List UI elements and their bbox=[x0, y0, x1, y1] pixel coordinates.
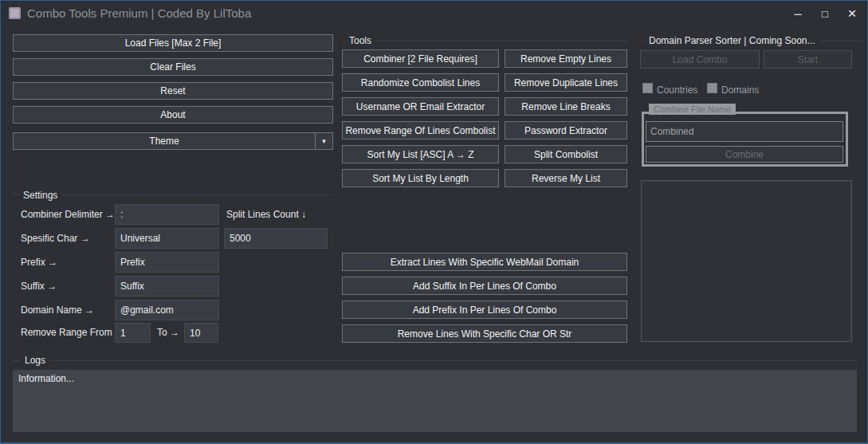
combiner-button[interactable]: Combiner [2 File Requires] bbox=[342, 49, 499, 68]
domain-results-listbox[interactable] bbox=[641, 180, 852, 342]
add-suffix-button[interactable]: Add Suffix In Per Lines Of Combo bbox=[342, 277, 627, 295]
title-bar[interactable]: Combo Tools Premium | Coded By LilToba ─… bbox=[1, 1, 867, 26]
combined-filename-input[interactable] bbox=[646, 121, 843, 142]
remove-range-from-label: Remove Range From : bbox=[21, 327, 117, 338]
combiner-delimiter-label: Combiner Delimiter → bbox=[21, 209, 115, 220]
app-window: Combo Tools Premium | Coded By LilToba ─… bbox=[0, 0, 868, 444]
split-lines-count-input[interactable] bbox=[224, 228, 328, 249]
close-icon[interactable]: × bbox=[839, 1, 866, 26]
clear-files-button[interactable]: Clear Files bbox=[13, 58, 333, 76]
tools-group-border bbox=[342, 41, 627, 41]
add-prefix-button[interactable]: Add Prefix In Per Lines Of Combo bbox=[342, 301, 627, 319]
load-combo-button[interactable]: Load Combo bbox=[640, 50, 760, 69]
remove-lines-char-button[interactable]: Remove Lines With Specific Char OR Str bbox=[342, 324, 627, 343]
settings-group-title: Settings bbox=[19, 190, 61, 201]
countries-checkbox[interactable] bbox=[642, 83, 653, 93]
remove-line-breaks-button[interactable]: Remove Line Breaks bbox=[505, 97, 627, 116]
countries-checkbox-label: Countries bbox=[657, 84, 697, 96]
load-files-button[interactable]: Load Files [Max 2 File] bbox=[13, 34, 333, 52]
password-extractor-button[interactable]: Password Extractor bbox=[505, 121, 627, 139]
extract-webmail-domain-button[interactable]: Extract Lines With Specific WebMail Doma… bbox=[342, 253, 627, 271]
combine-group-title: Combine File Name bbox=[649, 104, 736, 115]
domain-name-input[interactable] bbox=[115, 300, 219, 320]
remove-range-from-input[interactable] bbox=[115, 323, 151, 343]
logs-group-border bbox=[13, 360, 857, 361]
split-combolist-button[interactable]: Split Combolist bbox=[505, 145, 627, 163]
remove-empty-lines-button[interactable]: Remove Empty Lines bbox=[505, 49, 627, 68]
maximize-icon[interactable]: □ bbox=[811, 1, 839, 26]
domains-checkbox-label: Domains bbox=[721, 84, 759, 96]
suffix-input[interactable] bbox=[115, 276, 219, 297]
remove-range-lines-button[interactable]: Remove Range Of Lines Combolist bbox=[342, 121, 499, 139]
sort-by-length-button[interactable]: Sort My List By Length bbox=[342, 169, 499, 187]
combine-button[interactable]: Combine bbox=[646, 146, 843, 163]
remove-duplicate-lines-button[interactable]: Remove Duplicate Lines bbox=[505, 73, 627, 92]
remove-range-to-label: To → bbox=[157, 327, 179, 338]
prefix-input[interactable] bbox=[115, 252, 219, 273]
window-title: Combo Tools Premium | Coded By LilToba bbox=[27, 6, 251, 20]
chevron-down-icon[interactable]: ▼ bbox=[315, 133, 332, 149]
reset-button[interactable]: Reset bbox=[13, 82, 333, 100]
username-email-extractor-button[interactable]: Username OR Email Extractor bbox=[342, 97, 499, 116]
about-button[interactable]: About bbox=[13, 106, 333, 124]
spesific-char-label: Spesific Char → bbox=[21, 233, 90, 244]
domain-parser-title: Domain Parser Sorter | Coming Soon... bbox=[645, 35, 819, 46]
domain-name-label: Domain Name → bbox=[21, 305, 94, 316]
suffix-label: Suffix → bbox=[21, 281, 57, 292]
theme-select-label: Theme bbox=[14, 133, 315, 149]
combiner-delimiter-input[interactable] bbox=[115, 204, 219, 225]
logs-group-title: Logs bbox=[21, 355, 49, 366]
app-icon bbox=[9, 7, 21, 19]
window-controls: ─ □ × bbox=[784, 1, 866, 26]
minimize-icon[interactable]: ─ bbox=[784, 1, 811, 26]
theme-select[interactable]: Theme ▼ bbox=[13, 132, 333, 150]
logs-textarea[interactable]: Information... bbox=[13, 370, 857, 432]
prefix-label: Prefix → bbox=[21, 257, 57, 268]
spesific-char-input[interactable] bbox=[115, 228, 219, 249]
split-lines-count-label: Split Lines Count ↓ bbox=[226, 209, 306, 220]
remove-range-to-input[interactable] bbox=[184, 323, 218, 343]
tools-group-title: Tools bbox=[345, 35, 375, 46]
start-button[interactable]: Start bbox=[764, 50, 852, 69]
sort-asc-button[interactable]: Sort My List [ASC] A → Z bbox=[342, 145, 499, 163]
randomize-combolist-button[interactable]: Randomize Combolist Lines bbox=[342, 73, 499, 92]
domains-checkbox[interactable] bbox=[707, 83, 717, 93]
reverse-list-button[interactable]: Reverse My List bbox=[505, 169, 627, 187]
